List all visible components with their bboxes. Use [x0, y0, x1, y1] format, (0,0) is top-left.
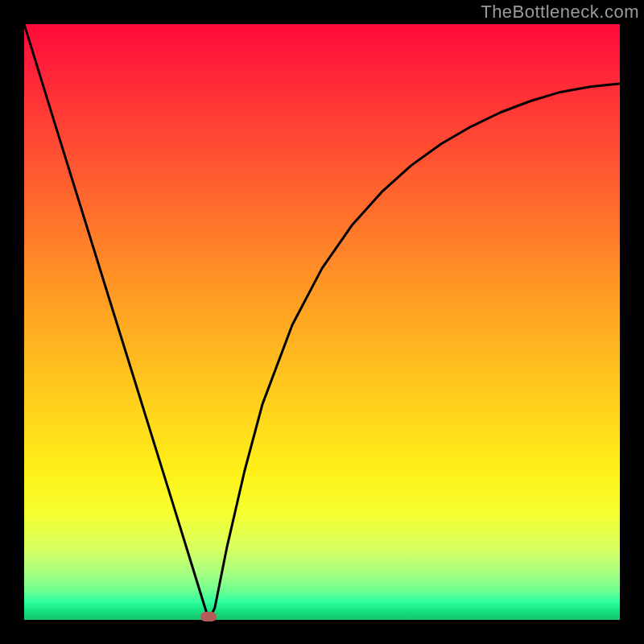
plot-area: [24, 24, 620, 620]
bottleneck-curve: [24, 24, 620, 620]
watermark-text: TheBottleneck.com: [481, 2, 639, 23]
chart-frame: TheBottleneck.com: [0, 0, 644, 644]
minimum-marker: [200, 612, 217, 621]
curve-svg: [24, 24, 620, 620]
